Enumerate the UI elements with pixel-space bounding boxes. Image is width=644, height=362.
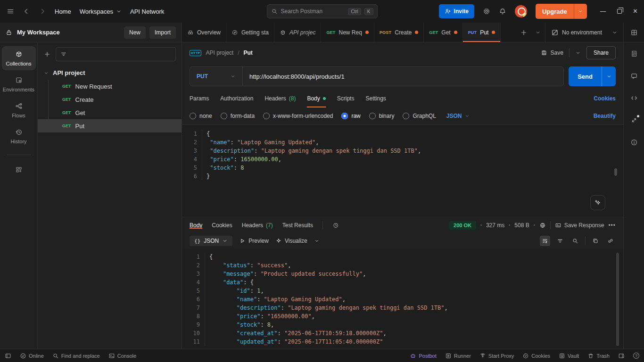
comments-icon[interactable] (630, 72, 638, 80)
request-tab-authorization[interactable]: Authorization (220, 90, 253, 107)
response-format-selector[interactable]: {} JSON (190, 236, 232, 246)
rail-item-history[interactable]: History (2, 124, 36, 148)
code-snippet-icon[interactable] (630, 94, 638, 102)
info-icon[interactable] (630, 139, 638, 146)
environment-selector[interactable]: No environment (545, 23, 623, 42)
response-tab-cookies[interactable]: Cookies (212, 222, 232, 229)
online-status[interactable]: Online (20, 353, 44, 359)
tab-new-req[interactable]: GETNew Req (321, 23, 374, 42)
vault-button[interactable]: Vault (559, 353, 579, 359)
tab-options-caret[interactable] (531, 23, 545, 42)
new-collection-plus-icon[interactable] (43, 50, 51, 58)
find-and-replace[interactable]: Find and replace (52, 353, 100, 359)
body-mode-form-data[interactable]: form-data (221, 113, 255, 119)
response-time[interactable]: 327 ms (486, 222, 504, 229)
rail-item-collections[interactable]: Collections (2, 46, 36, 70)
request-tab-settings[interactable]: Settings (365, 90, 386, 107)
related-requests-icon[interactable] (630, 116, 638, 124)
network-globe-icon[interactable] (539, 222, 546, 229)
save-options-caret[interactable] (575, 50, 581, 56)
main-menu-icon[interactable] (7, 8, 14, 15)
trash-button[interactable]: Trash (587, 353, 610, 359)
cookies-button[interactable]: Cookies (522, 353, 550, 359)
rail-item-flows[interactable]: Flows (2, 98, 36, 122)
response-scrollbar[interactable] (616, 253, 619, 346)
body-mode-none[interactable]: none (190, 113, 212, 119)
settings-gear-icon[interactable] (483, 8, 490, 15)
toggle-sidebar-icon[interactable] (5, 353, 11, 359)
upgrade-button[interactable]: Upgrade (536, 4, 587, 19)
cookies-link[interactable]: Cookies (594, 90, 616, 107)
share-button[interactable]: Share (586, 46, 616, 59)
send-options-caret[interactable] (602, 66, 616, 86)
body-language-selector[interactable]: JSON (446, 113, 470, 119)
invite-button[interactable]: Invite (439, 4, 474, 18)
documentation-icon[interactable] (630, 50, 638, 58)
body-mode-raw[interactable]: raw (341, 113, 360, 119)
new-button[interactable]: New (124, 26, 146, 39)
environment-quick-look-icon[interactable] (623, 23, 644, 42)
rail-item-environments[interactable]: Environments (2, 72, 36, 96)
nav-home[interactable]: Home (55, 8, 71, 15)
body-mode-graphql[interactable]: GraphQL (403, 113, 436, 119)
request-item-create[interactable]: GETCreate (38, 93, 182, 106)
url-input[interactable]: http://localhost:8000/api/products/1 (243, 73, 563, 80)
configure-sidebar-icon[interactable] (2, 162, 36, 177)
request-item-new-request[interactable]: GETNew Request (38, 80, 182, 93)
response-history-icon[interactable] (332, 222, 339, 229)
window-close-button[interactable]: × (633, 8, 637, 15)
collection-root[interactable]: API project (38, 66, 182, 80)
search-input[interactable]: Search Postman Ctrl K (267, 4, 378, 18)
back-icon[interactable] (23, 8, 30, 15)
help-icon[interactable]: ? (633, 353, 639, 359)
method-selector[interactable]: PUT (190, 67, 243, 86)
tab-create[interactable]: POSTCreate (374, 23, 424, 42)
send-button[interactable]: Send (569, 66, 616, 86)
nav-api-network[interactable]: API Network (130, 8, 164, 15)
window-maximize-button[interactable] (617, 9, 622, 14)
send-label[interactable]: Send (569, 66, 602, 86)
add-tab-button[interactable] (517, 23, 531, 42)
request-tab-headers[interactable]: Headers(8) (264, 90, 296, 107)
link-response-icon[interactable] (605, 236, 616, 246)
postbot-sparkle-button[interactable] (590, 195, 605, 210)
import-button[interactable]: Import (149, 26, 176, 39)
wrap-text-icon[interactable] (540, 236, 550, 246)
tab-get[interactable]: GETGet (424, 23, 462, 42)
toggle-right-panel-icon[interactable] (618, 353, 625, 359)
tab-overview[interactable]: Overview (182, 23, 226, 42)
body-mode-x-www-form-urlencoded[interactable]: x-www-form-urlencoded (263, 113, 333, 119)
console-button[interactable]: Console (108, 353, 136, 359)
response-tab-test-results[interactable]: Test Results (282, 222, 313, 229)
tab-api-projec[interactable]: API projec (274, 23, 321, 42)
save-response-button[interactable]: Save Response (555, 222, 604, 229)
start-proxy-button[interactable]: Start Proxy (479, 353, 514, 359)
notifications-bell-icon[interactable] (499, 8, 506, 15)
filter-response-icon[interactable] (555, 236, 565, 246)
forward-icon[interactable] (39, 8, 46, 15)
tab-getting-sta[interactable]: Getting sta (226, 23, 274, 42)
status-badge[interactable]: 200 OK (449, 221, 476, 230)
response-tab-body[interactable]: Body (190, 222, 202, 229)
response-more-options[interactable]: ••• (608, 222, 616, 229)
preview-button[interactable]: Preview (239, 238, 269, 244)
nav-workspaces[interactable]: Workspaces (80, 8, 122, 15)
beautify-link[interactable]: Beautify (594, 113, 616, 119)
postbot-button[interactable]: Postbot (410, 353, 436, 359)
request-tab-params[interactable]: Params (190, 90, 209, 107)
search-response-icon[interactable] (570, 236, 580, 246)
upgrade-label[interactable]: Upgrade (536, 4, 574, 19)
tab-put[interactable]: PUTPut (463, 23, 501, 42)
save-button[interactable]: Save (541, 49, 563, 56)
breadcrumb-request-name[interactable]: Put (244, 49, 253, 56)
request-tab-body[interactable]: Body (307, 90, 325, 107)
response-tab-headers[interactable]: Headers(7) (242, 222, 273, 229)
workspace-name[interactable]: My Workspace (17, 29, 120, 36)
request-editor-scrollbar[interactable] (614, 168, 617, 176)
breadcrumb-collection[interactable]: API project (206, 49, 233, 56)
visualize-button[interactable]: Visualize (275, 238, 307, 244)
request-item-get[interactable]: GETGet (38, 106, 182, 119)
visualize-options-caret[interactable] (314, 238, 320, 244)
request-body-editor[interactable]: 1{2 "name": "Laptop Gaming Updated",3 "d… (182, 124, 623, 217)
window-minimize-button[interactable] (600, 11, 606, 12)
